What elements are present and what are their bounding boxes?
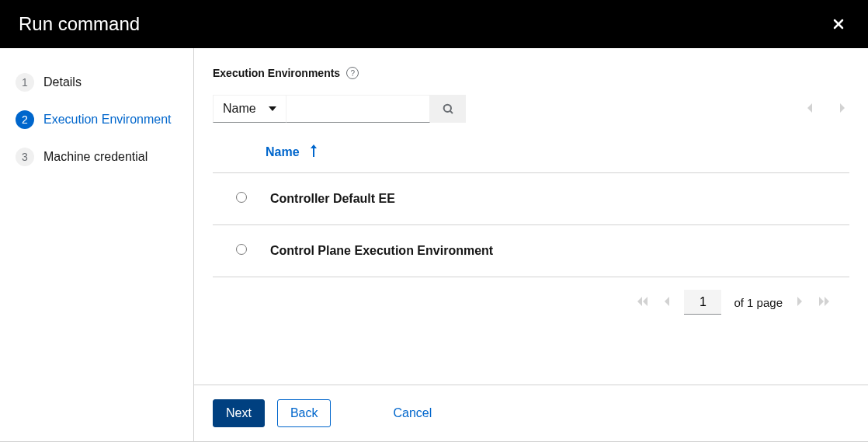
section-title-text: Execution Environments (213, 67, 340, 79)
wizard-sidebar: 1 Details 2 Execution Environment 3 Mach… (0, 48, 194, 441)
chevron-right-icon (797, 297, 803, 306)
table-row[interactable]: Controller Default EE (213, 173, 849, 225)
row-radio[interactable] (236, 192, 247, 203)
section-title: Execution Environments ? (213, 67, 849, 79)
step-label: Details (43, 75, 82, 89)
step-label: Machine credential (43, 150, 148, 164)
modal-header: Run command (0, 0, 868, 48)
top-prev-button[interactable] (803, 99, 817, 119)
wizard-step-machine-credential[interactable]: 3 Machine credential (12, 141, 181, 172)
modal-footer: Next Back Cancel (194, 385, 868, 441)
top-next-button[interactable] (835, 99, 849, 119)
filter-field-label: Name (223, 102, 256, 116)
filter-field-select[interactable]: Name (213, 95, 286, 123)
svg-line-3 (450, 111, 452, 113)
search-button[interactable] (430, 95, 466, 123)
first-page-button[interactable] (636, 294, 650, 310)
step-number: 1 (16, 73, 34, 92)
page-number-input[interactable] (684, 290, 721, 315)
chevron-left-icon (806, 103, 814, 113)
next-button[interactable]: Next (213, 399, 265, 427)
chevron-left-icon (664, 297, 670, 306)
environments-table: Name Controller Default EE (213, 135, 849, 277)
close-button[interactable] (828, 13, 849, 35)
search-icon (442, 103, 454, 115)
back-button[interactable]: Back (277, 399, 332, 427)
caret-down-icon (269, 106, 276, 111)
chevron-right-icon (838, 103, 846, 113)
next-page-button[interactable] (795, 294, 804, 310)
pagination: of 1 page (213, 277, 849, 327)
column-header-name[interactable]: Name (266, 144, 318, 160)
help-icon[interactable]: ? (346, 67, 359, 79)
last-page-button[interactable] (817, 294, 831, 310)
double-chevron-right-icon (818, 297, 829, 306)
row-name: Controller Default EE (270, 192, 395, 206)
filter-group: Name (213, 95, 466, 123)
page-info: of 1 page (734, 296, 783, 309)
sort-asc-icon (309, 144, 318, 160)
close-icon (831, 16, 846, 32)
prev-page-button[interactable] (662, 294, 672, 310)
column-header-label: Name (266, 145, 300, 159)
row-name: Control Plane Execution Environment (270, 244, 493, 258)
cancel-button[interactable]: Cancel (380, 400, 444, 426)
table-row[interactable]: Control Plane Execution Environment (213, 225, 849, 277)
wizard-step-details[interactable]: 1 Details (12, 67, 181, 98)
wizard-step-execution-environment[interactable]: 2 Execution Environment (12, 104, 181, 135)
double-chevron-left-icon (637, 297, 648, 306)
filter-input[interactable] (286, 95, 430, 123)
svg-point-2 (443, 105, 450, 112)
step-number: 3 (16, 148, 34, 166)
step-number: 2 (16, 110, 34, 129)
modal-title: Run command (19, 13, 140, 35)
row-radio[interactable] (236, 244, 247, 255)
step-label: Execution Environment (43, 113, 172, 127)
